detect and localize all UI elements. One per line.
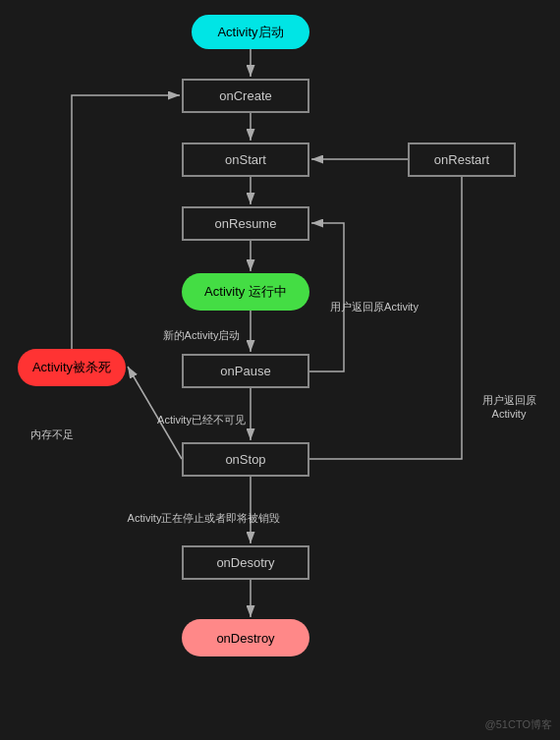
activity-destroying-label: Activity正在停止或者即将被销毁 <box>123 511 285 526</box>
on-start-node: onStart <box>182 142 309 177</box>
activity-start-node: Activity启动 <box>192 15 309 49</box>
new-activity-label: 新的Activity启动 <box>152 328 251 343</box>
user-return2-label: 用户返回原Activity <box>470 393 548 420</box>
lifecycle-diagram: Activity启动 onCreate onStart onResume Act… <box>0 0 560 740</box>
activity-invisible-label: Activity已经不可见 <box>142 413 260 427</box>
on-pause-node: onPause <box>182 354 309 388</box>
user-return1-label: 用户返回原Activity <box>320 300 428 314</box>
activity-running-node: Activity 运行中 <box>182 273 309 311</box>
on-restart-node: onRestart <box>408 142 516 177</box>
on-desotry-node: onDesotry <box>182 545 309 580</box>
on-create-node: onCreate <box>182 79 309 113</box>
low-memory-label: 内存不足 <box>18 427 86 442</box>
on-resume-node: onResume <box>182 206 309 241</box>
watermark: @51CTO博客 <box>485 717 552 732</box>
activity-exception-node: Activity被杀死 <box>18 349 126 386</box>
on-destroy-node: onDestroy <box>182 619 309 656</box>
on-stop-node: onStop <box>182 442 309 477</box>
